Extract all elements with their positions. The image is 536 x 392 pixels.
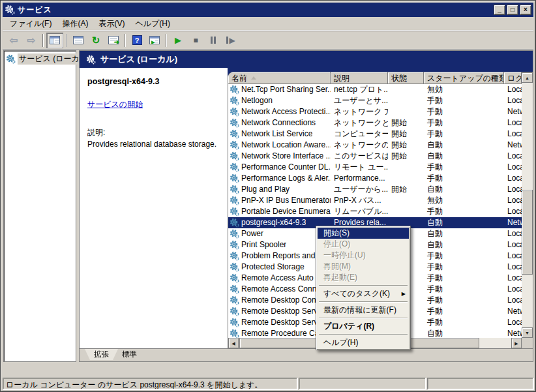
column-header-2[interactable]: 状態 [388,72,424,84]
minimize-button[interactable]: _ [494,5,505,15]
menu-item-help[interactable]: ヘルプ(H) [318,337,409,348]
toolbar-separator [125,34,126,47]
service-gear-icon [230,107,239,117]
extended-details-pane: postgresql-x64-9.3 サービスの開始 説明: Provides … [80,68,228,348]
scroll-right-button[interactable]: ▶ [511,338,522,348]
service-gear-icon [230,196,239,205]
service-row[interactable]: Network Store Interface ... このサービスは... 開… [228,151,522,162]
show-console-tree-button[interactable] [46,33,63,48]
service-gear-icon [230,284,239,294]
console-tree-pane: サービス (ローカル) [3,50,76,362]
vertical-scroll-thumb[interactable] [522,190,533,275]
pause-icon [211,37,216,44]
start-service-button[interactable]: ▶ [170,33,186,48]
service-gear-icon [230,273,239,283]
service-row[interactable]: Network Location Aware... ネットワークの... 開始 … [228,140,522,151]
maximize-button[interactable]: □ [507,5,518,15]
menu-item-resume: 再開(M) [318,261,409,272]
list-header: 名前説明状態スタートアップの種類ログオ [228,72,522,84]
restart-service-button[interactable]: ▶ [222,33,239,48]
toolbar: ⇦ ⇨ ↻ ➜ ? ▶ ▶ ■ ▶ [3,31,533,50]
context-menu: 開始(S)停止(O)一時停止(U)再開(M)再起動(E)すべてのタスク(K)▶最… [316,226,411,350]
restart-icon: ▶ [226,37,235,44]
play-icon: ▶ [175,36,181,44]
menu-item-refresh[interactable]: 最新の情報に更新(F) [318,305,409,316]
service-row[interactable]: Performance Logs & Aler... Performance..… [228,173,522,184]
console-tree-icon [50,36,60,44]
status-panel [427,378,533,389]
service-gear-icon [230,318,239,327]
menubar-item-1[interactable]: 操作(A) [57,17,93,31]
column-header-0[interactable]: 名前 [228,72,331,84]
help-button[interactable]: ? [128,33,145,48]
services-window: サービス _ □ × ファイル(F)操作(A)表示(V)ヘルプ(H) ⇦ ⇨ ↻… [0,0,536,392]
service-gear-icon [230,140,239,150]
service-gear-icon [230,307,239,316]
service-row[interactable]: Portable Device Enumera... リムーバブル... 手動 … [228,206,522,217]
properties-button[interactable] [70,33,87,48]
menu-bar: ファイル(F)操作(A)表示(V)ヘルプ(H) [3,17,533,31]
service-gear-icon [230,251,239,261]
sort-ascending-icon [251,76,256,80]
refresh-icon: ↻ [92,35,100,45]
service-gear-icon [230,207,239,217]
selected-service-name: postgresql-x64-9.3 [87,77,222,86]
menu-separator [319,301,408,303]
description-label: 説明: [87,127,222,138]
menu-item-start[interactable]: 開始(S) [318,228,409,239]
pause-service-button[interactable] [205,33,222,48]
service-row[interactable]: PnP-X IP Bus Enumerator PnP-X バス... 無効 L… [228,195,522,206]
back-button[interactable]: ⇦ [5,33,22,48]
menu-item-pause: 一時停止(U) [318,250,409,261]
tab-standard[interactable]: 標準 [113,349,146,360]
service-row[interactable]: Network List Service コンピューター... 開始 手動 Lo… [228,128,522,140]
tree-item-services-local[interactable]: サービス (ローカル) [5,53,75,65]
refresh-button[interactable]: ↻ [87,33,104,48]
menu-item-restart: 再起動(E) [318,272,409,283]
properties-window-icon [73,36,83,44]
menubar-item-3[interactable]: ヘルプ(H) [130,17,175,31]
back-arrow-icon: ⇦ [10,35,18,45]
tab-extended[interactable]: 拡張 [85,349,118,360]
vertical-scrollbar[interactable]: ▲ ▼ [522,72,533,338]
center-pane: サービス (ローカル) postgresql-x64-9.3 サービスの開始 説… [79,50,533,362]
show-action-pane-button[interactable]: ▶ [146,33,163,48]
menu-separator [319,285,408,286]
menu-item-all-tasks[interactable]: すべてのタスク(K)▶ [318,288,409,299]
service-gear-icon [230,162,239,172]
scroll-down-button[interactable]: ▼ [522,327,533,338]
column-header-3[interactable]: スタートアップの種類 [424,72,504,84]
close-button[interactable]: × [520,5,531,15]
service-row[interactable]: Net.Tcp Port Sharing Ser... net.tcp プロト.… [228,84,522,95]
scroll-up-button[interactable]: ▲ [522,72,533,83]
service-gear-icon [230,218,239,228]
column-header-1[interactable]: 説明 [331,72,388,84]
export-list-button[interactable]: ➜ [105,33,122,48]
column-header-4[interactable]: ログオ [504,72,522,84]
service-gear-icon [230,173,239,183]
menubar-item-0[interactable]: ファイル(F) [5,17,56,31]
main-area: サービス (ローカル) サービス (ローカル) postgresql-x64-9… [3,50,533,362]
forward-arrow-icon: ⇨ [27,35,36,45]
service-row[interactable]: Netlogon ユーザーとサ... 手動 Local [228,95,522,106]
menu-item-properties[interactable]: プロパティ(R) [318,321,409,332]
description-text: Provides relational database storage. [87,140,222,149]
service-row[interactable]: Network Connections ネットワークと... 開始 手動 Loc… [228,117,522,128]
view-tabs: 拡張 標準 [80,348,533,361]
status-panel [299,378,426,389]
service-gear-icon [230,229,239,239]
scroll-left-button[interactable]: ◀ [228,338,239,348]
service-row[interactable]: Network Access Protecti... ネットワーク ア... 手… [228,106,522,117]
service-row[interactable]: Plug and Play ユーザーから... 開始 自動 Local [228,184,522,195]
start-service-link[interactable]: サービスの開始 [87,99,143,110]
service-gear-icon [230,185,239,194]
menubar-item-2[interactable]: 表示(V) [94,17,129,31]
forward-button[interactable]: ⇨ [23,33,40,48]
service-gear-icon [230,262,239,272]
service-gear-icon [230,96,239,106]
service-gear-icon [230,240,239,250]
stop-service-button[interactable]: ■ [187,33,204,48]
service-row[interactable]: Performance Counter DL... リモート ユー... 手動 … [228,162,522,173]
snapin-header-band: サービス (ローカル) [80,51,533,68]
title-bar[interactable]: サービス _ □ × [3,3,533,17]
